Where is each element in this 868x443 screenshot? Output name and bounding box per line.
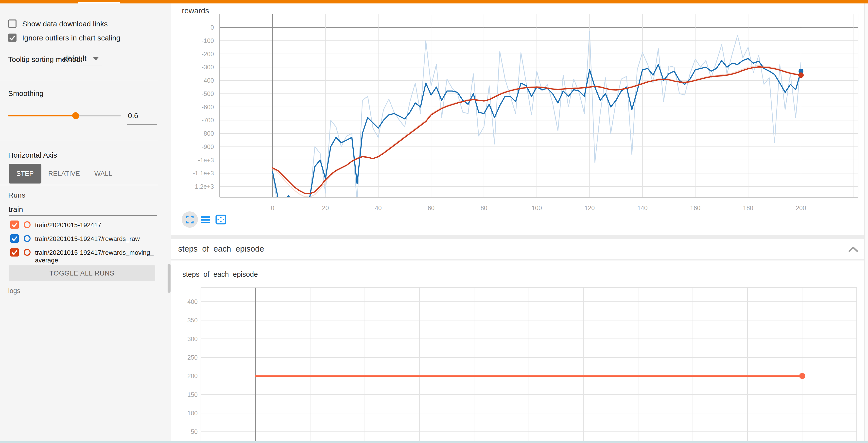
svg-text:250: 250 [187, 354, 198, 361]
section-header-bar[interactable] [171, 239, 864, 260]
svg-text:-400: -400 [202, 77, 214, 84]
axis-step-button[interactable]: STEP [9, 164, 41, 183]
svg-text:-100: -100 [202, 37, 214, 44]
smoothing-slider-thumb[interactable] [72, 112, 79, 119]
svg-text:-600: -600 [202, 104, 214, 111]
sidebar-divider [0, 140, 158, 140]
sidebar-divider [0, 185, 158, 185]
svg-text:350: 350 [187, 317, 198, 324]
smoothing-value-underline [127, 124, 157, 125]
svg-text:160: 160 [690, 205, 701, 211]
svg-text:200: 200 [187, 373, 198, 379]
main-scrollbar-track[interactable] [864, 3, 868, 443]
svg-text:-1.2e+3: -1.2e+3 [193, 183, 214, 190]
svg-text:0: 0 [211, 24, 214, 31]
svg-text:-800: -800 [202, 130, 214, 137]
horizontal-axis-label: Horizontal Axis [8, 151, 57, 159]
svg-text:120: 120 [585, 205, 595, 211]
run-checkbox-rewards-raw[interactable] [10, 234, 19, 243]
ignore-outliers-label: Ignore outliers in chart scaling [22, 34, 121, 42]
svg-text:20: 20 [322, 205, 329, 211]
axis-wall-button[interactable]: WALL [94, 164, 112, 183]
svg-text:140: 140 [637, 205, 648, 211]
run-label: train/20201015-192417 [35, 221, 156, 229]
sidebar-divider [0, 81, 158, 81]
log-scale-lines-icon [200, 215, 211, 225]
run-color-circle[interactable] [24, 235, 31, 242]
run-color-circle[interactable] [24, 249, 31, 256]
toggle-all-runs-button[interactable]: TOGGLE ALL RUNS [9, 265, 155, 281]
section-header-title: steps_of_each_episode [178, 244, 264, 254]
app-header-bar [0, 0, 868, 3]
run-label: train/20201015-192417/rewards_moving_ave… [35, 249, 156, 264]
runs-filter-underline [9, 215, 157, 215]
chevron-up-icon[interactable] [848, 246, 859, 253]
svg-text:100: 100 [187, 410, 198, 417]
svg-text:-500: -500 [202, 90, 214, 97]
svg-text:-200: -200 [202, 51, 214, 57]
fit-domain-icon [215, 214, 226, 225]
svg-text:300: 300 [187, 335, 198, 342]
checkmark-icon [10, 248, 19, 257]
run-checkbox-rewards-moving-average[interactable] [10, 248, 19, 257]
svg-text:-300: -300 [202, 64, 214, 70]
steps-chart-plot[interactable]: 40035030025020015010050 [171, 276, 864, 443]
fit-domain-button[interactable] [215, 214, 227, 226]
svg-text:80: 80 [480, 205, 488, 211]
svg-text:-1e+3: -1e+3 [198, 157, 214, 164]
svg-text:50: 50 [191, 428, 198, 435]
checkmark-icon [8, 34, 17, 42]
svg-text:400: 400 [187, 298, 198, 305]
log-scale-button[interactable] [200, 214, 211, 225]
smoothing-label: Smoothing [8, 89, 43, 98]
bottom-edge-strip [0, 441, 868, 443]
expand-chart-button[interactable] [182, 211, 198, 228]
svg-text:180: 180 [743, 205, 753, 211]
show-data-download-links-label: Show data download links [22, 20, 108, 28]
rewards-chart-plot[interactable]: 0-100-200-300-400-500-600-700-800-900-1e… [171, 10, 864, 227]
tooltip-sorting-dropdown[interactable]: default [64, 54, 87, 63]
smoothing-value[interactable]: 0.6 [128, 112, 138, 120]
svg-text:-900: -900 [202, 143, 214, 150]
show-data-download-links-checkbox[interactable] [8, 20, 17, 28]
smoothing-slider-fill [8, 115, 76, 116]
svg-text:-1.1e+3: -1.1e+3 [193, 170, 214, 177]
dropdown-underline [63, 66, 102, 66]
checkmark-icon [10, 220, 19, 229]
runs-label: Runs [8, 191, 25, 199]
run-checkbox-train[interactable] [10, 220, 19, 229]
dropdown-caret-icon[interactable] [93, 57, 99, 60]
ignore-outliers-checkbox[interactable] [8, 34, 17, 42]
svg-text:0: 0 [271, 205, 274, 211]
fullscreen-icon [185, 215, 195, 225]
sidebar-scrollbar-thumb[interactable] [167, 264, 170, 293]
settings-sidebar: Show data download links Ignore outliers… [0, 3, 171, 443]
svg-text:40: 40 [375, 205, 382, 211]
svg-text:-700: -700 [202, 117, 214, 124]
tooltip-sorting-value: default [64, 54, 87, 63]
run-color-circle[interactable] [24, 221, 31, 228]
checkmark-icon [10, 234, 19, 243]
run-label: train/20201015-192417/rewards_raw [35, 235, 156, 243]
runs-filter-input[interactable]: train [9, 205, 23, 214]
svg-text:200: 200 [796, 205, 806, 211]
svg-text:100: 100 [532, 205, 542, 211]
svg-text:150: 150 [187, 391, 198, 398]
axis-relative-button[interactable]: RELATIVE [49, 164, 79, 183]
svg-text:60: 60 [428, 205, 434, 211]
logs-label: logs [8, 287, 21, 295]
